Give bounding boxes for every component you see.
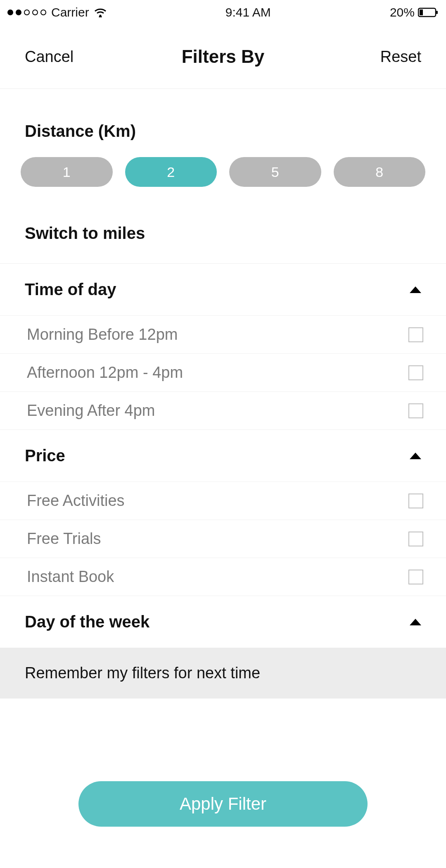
svg-point-0 [99, 15, 101, 17]
checkbox-icon[interactable] [408, 570, 423, 584]
time-option-morning[interactable]: Morning Before 12pm [0, 316, 446, 354]
price-option-instant-book[interactable]: Instant Book [0, 558, 446, 596]
status-left: Carrier [7, 5, 107, 19]
price-title: Price [25, 446, 65, 465]
wifi-icon [94, 7, 107, 17]
cancel-button[interactable]: Cancel [25, 48, 91, 66]
distance-pill-5[interactable]: 5 [229, 157, 321, 187]
battery-icon [418, 7, 439, 17]
distance-pills: 1 2 5 8 [0, 157, 446, 212]
distance-heading: Distance (Km) [0, 89, 446, 157]
time-of-day-title: Time of day [25, 280, 116, 299]
remember-filters-label: Remember my filters for next time [25, 664, 260, 682]
status-bar: Carrier 9:41 AM 20% [0, 0, 446, 25]
time-option-label: Evening After 4pm [27, 402, 155, 420]
distance-pill-2[interactable]: 2 [125, 157, 217, 187]
time-option-label: Afternoon 12pm - 4pm [27, 364, 183, 382]
price-option-label: Free Trials [27, 530, 101, 548]
chevron-up-icon [410, 619, 421, 625]
bottom-area: Apply Filter [0, 781, 446, 868]
checkbox-icon[interactable] [408, 494, 423, 508]
svg-rect-3 [420, 10, 423, 15]
battery-percent: 20% [390, 5, 415, 19]
price-option-label: Free Activities [27, 492, 125, 510]
price-header[interactable]: Price [0, 430, 446, 482]
distance-pill-1[interactable]: 1 [21, 157, 113, 187]
price-option-label: Instant Book [27, 568, 114, 586]
reset-button[interactable]: Reset [355, 48, 421, 66]
time-of-day-header[interactable]: Time of day [0, 264, 446, 316]
signal-dots-icon [7, 10, 46, 15]
distance-pill-8[interactable]: 8 [334, 157, 426, 187]
nav-header: Cancel Filters By Reset [0, 25, 446, 89]
chevron-up-icon [410, 453, 421, 459]
apply-filter-button[interactable]: Apply Filter [78, 781, 368, 827]
checkbox-icon[interactable] [408, 327, 423, 342]
checkbox-icon[interactable] [408, 365, 423, 380]
carrier-label: Carrier [51, 5, 89, 19]
price-option-free-trials[interactable]: Free Trials [0, 520, 446, 558]
status-right: 20% [390, 5, 439, 19]
time-option-evening[interactable]: Evening After 4pm [0, 392, 446, 430]
page-title: Filters By [182, 46, 265, 67]
price-option-free-activities[interactable]: Free Activities [0, 482, 446, 520]
day-of-week-header[interactable]: Day of the week [0, 596, 446, 648]
remember-filters-row[interactable]: Remember my filters for next time [0, 648, 446, 699]
switch-to-miles[interactable]: Switch to miles [0, 212, 446, 264]
status-time: 9:41 AM [225, 5, 271, 19]
svg-rect-2 [436, 11, 438, 14]
time-option-label: Morning Before 12pm [27, 326, 178, 343]
day-of-week-title: Day of the week [25, 613, 149, 631]
checkbox-icon[interactable] [408, 403, 423, 418]
checkbox-icon[interactable] [408, 532, 423, 546]
time-option-afternoon[interactable]: Afternoon 12pm - 4pm [0, 354, 446, 392]
chevron-up-icon [410, 286, 421, 293]
